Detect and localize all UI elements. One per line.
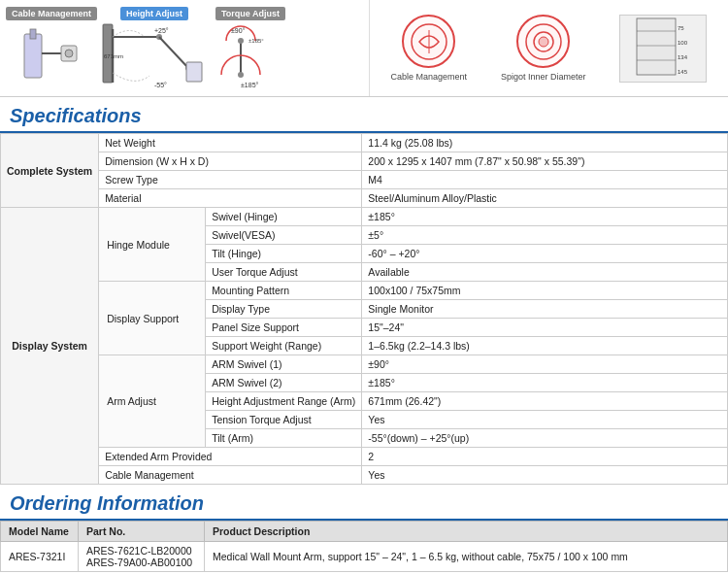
order-model: ARES-7321I: [1, 542, 79, 572]
group-display-system: Display System: [1, 208, 99, 485]
svg-text:±90°: ±90°: [231, 27, 246, 34]
ordering-title: Ordering Information: [0, 485, 728, 521]
spec-label: Tilt (Hinge): [206, 245, 362, 263]
order-header-row: Model Name Part No. Product Description: [1, 522, 728, 542]
top-banner: Cable Management Height Adjust: [0, 0, 728, 97]
spec-value: 100x100 / 75x75mm: [362, 282, 728, 300]
svg-point-17: [238, 38, 244, 44]
svg-text:100: 100: [678, 40, 688, 46]
spec-label: Screw Type: [99, 171, 362, 189]
banner-item-torque: Torque Adjust ±90° ±185° ±185°: [212, 7, 289, 90]
spec-label: Panel Size Support: [206, 319, 362, 337]
spec-value: Single Monitor: [362, 300, 728, 319]
spigot-circle-svg: [524, 22, 563, 61]
spec-label: Mounting Pattern: [206, 282, 362, 300]
spec-value: M4: [362, 171, 728, 189]
spec-label: Swivel(VESA): [206, 226, 362, 245]
spec-label: Support Weight (Range): [206, 337, 362, 355]
tech-dims-svg: 75 100 134 145: [635, 17, 691, 80]
spec-label: Height Adjustment Range (Arm): [206, 392, 362, 411]
order-table: Model Name Part No. Product Description …: [0, 521, 728, 572]
spec-label: ARM Swivel (2): [206, 374, 362, 392]
spec-value: Yes: [362, 466, 728, 485]
banner-item-height: Height Adjust +25°: [101, 7, 208, 90]
banner-item-cable: Cable Management: [6, 7, 97, 90]
spec-value: -55°(down) – +25°(up): [362, 429, 728, 448]
spigot-label: Spigot Inner Diameter: [501, 72, 586, 82]
subgroup-arm-adjust: Arm Adjust: [99, 355, 206, 448]
order-row: ARES-7321I ARES-7621C-LB20000 ARES-79A00…: [1, 542, 728, 572]
svg-text:-55°: -55°: [154, 82, 167, 88]
spec-label: Net Weight: [99, 134, 362, 152]
cable-mgmt-icon: [402, 15, 455, 68]
table-row: Display Support Mounting Pattern 100x100…: [1, 282, 728, 300]
order-description: Medical Wall Mount Arm, support 15" – 24…: [205, 542, 728, 572]
torque-diagram: ±90° ±185° ±185°: [212, 21, 289, 91]
cable-diagram: [22, 24, 81, 87]
svg-text:671mm: 671mm: [104, 53, 123, 59]
spigot-img: Spigot Inner Diameter: [501, 15, 586, 82]
spec-value: -60° – +20°: [362, 245, 728, 263]
spec-value: ±5°: [362, 226, 728, 245]
table-row: Arm Adjust ARM Swivel (1) ±90°: [1, 355, 728, 374]
part-number-1: ARES-7621C-LB20000: [86, 545, 196, 557]
table-row: Display System Hinge Module Swivel (Hing…: [1, 208, 728, 226]
spec-label: ARM Swivel (1): [206, 355, 362, 374]
spec-value: Steel/Aluminum Alloy/Plastic: [362, 189, 728, 208]
table-row: Complete System Net Weight 11.4 kg (25.0…: [1, 134, 728, 152]
tech-dims-box: 75 100 134 145: [619, 15, 707, 83]
table-row: Screw Type M4: [1, 171, 728, 189]
svg-rect-0: [24, 34, 42, 78]
spec-value: Available: [362, 263, 728, 282]
spec-value: 2: [362, 448, 728, 466]
height-icon-box: +25° 671mm -55°: [101, 22, 208, 90]
spec-value: 671mm (26.42"): [362, 392, 728, 411]
svg-text:±185°: ±185°: [241, 82, 259, 88]
order-parts: ARES-7621C-LB20000 ARES-79A00-AB00100: [79, 542, 205, 572]
spec-label: Tilt (Arm): [206, 429, 362, 448]
svg-rect-11: [186, 62, 202, 82]
svg-text:±185°: ±185°: [248, 38, 264, 44]
height-label: Height Adjust: [120, 7, 188, 20]
spec-value: 11.4 kg (25.08 lbs): [362, 134, 728, 152]
spec-value: ±185°: [362, 374, 728, 392]
spec-value: Yes: [362, 411, 728, 429]
spec-label: Material: [99, 189, 362, 208]
svg-rect-1: [30, 29, 36, 39]
subgroup-hinge: Hinge Module: [99, 208, 206, 282]
col-desc: Product Description: [205, 522, 728, 542]
banner-right: Cable Management Spigot Inner Diameter 7…: [369, 0, 728, 96]
subgroup-display-support: Display Support: [99, 282, 206, 355]
svg-point-20: [238, 72, 244, 78]
svg-text:134: 134: [678, 54, 688, 60]
spec-label: Tension Torque Adjust: [206, 411, 362, 429]
svg-text:145: 145: [678, 69, 688, 75]
col-part: Part No.: [79, 522, 205, 542]
svg-point-25: [539, 37, 548, 47]
table-row: Cable Management Yes: [1, 466, 728, 485]
spec-label: Cable Management: [99, 466, 362, 485]
cable-circle-svg: [410, 22, 448, 61]
spec-value: ±90°: [362, 355, 728, 374]
spec-table: Complete System Net Weight 11.4 kg (25.0…: [0, 133, 728, 485]
spec-label: Dimension (W x H x D): [99, 152, 362, 171]
torque-label: Torque Adjust: [215, 7, 285, 20]
torque-icon-box: ±90° ±185° ±185°: [212, 22, 289, 90]
table-row: Extended Arm Provided 2: [1, 448, 728, 466]
svg-point-4: [65, 50, 73, 57]
group-complete-system: Complete System: [1, 134, 99, 208]
spec-value: 1–6.5kg (2.2–14.3 lbs): [362, 337, 728, 355]
cable-mgmt-label: Cable Management: [390, 72, 467, 82]
cable-label: Cable Management: [6, 7, 97, 20]
spec-value: ±185°: [362, 208, 728, 226]
col-model: Model Name: [1, 522, 79, 542]
svg-rect-26: [637, 18, 676, 75]
svg-text:+25°: +25°: [154, 27, 169, 34]
spec-value: 15"–24": [362, 319, 728, 337]
banner-left: Cable Management Height Adjust: [0, 0, 369, 96]
table-row: Dimension (W x H x D) 200 x 1295 x 1407 …: [1, 152, 728, 171]
specs-section: Specifications Complete System Net Weigh…: [0, 97, 728, 485]
spigot-icon: [516, 15, 570, 68]
spec-label: Display Type: [206, 300, 362, 319]
part-number-2: ARES-79A00-AB00100: [86, 557, 196, 568]
